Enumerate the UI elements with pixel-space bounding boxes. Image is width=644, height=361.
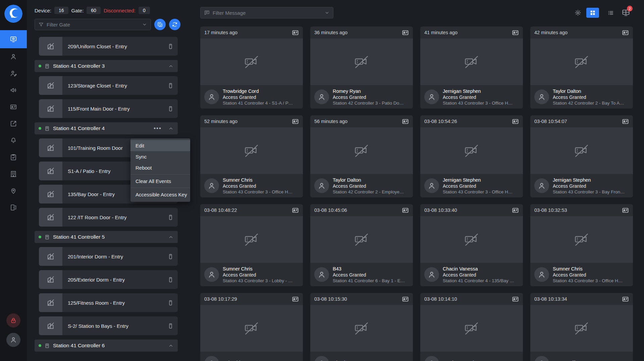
event-card[interactable]: 41 minutes ago Jernigan Stephen Access G… — [420, 26, 523, 109]
refresh-button[interactable] — [169, 19, 180, 30]
sidebar-item-user-edit[interactable] — [0, 65, 27, 82]
gate-icon — [39, 208, 62, 227]
filter-message-field[interactable] — [213, 10, 322, 16]
reader-icon[interactable] — [167, 43, 174, 50]
menu-item[interactable]: Sync — [130, 151, 190, 162]
event-card[interactable]: 52 minutes ago Sumner Chris Access Grant… — [200, 115, 303, 197]
event-card[interactable]: 42 minutes ago Taylor Dalton Access Gran… — [530, 26, 633, 109]
id-card-icon[interactable] — [292, 29, 299, 36]
sidebar-item-facility[interactable] — [0, 166, 27, 182]
gate-icon — [39, 270, 62, 289]
event-card[interactable]: 03-08 10:48:22 Sumner Chris Access Grant… — [200, 204, 303, 286]
chevron-down-icon[interactable] — [142, 22, 147, 27]
event-location: Station 43 Controller 3 - Bay Fron… — [553, 189, 625, 194]
event-card[interactable]: 17 minutes ago Trowbridge Cord Access Gr… — [200, 26, 303, 109]
app-root: Device: 16 Gate: 60 Disconnected: 0 — [0, 0, 644, 361]
event-card[interactable]: 36 minutes ago Romey Ryan Access Granted… — [310, 26, 413, 109]
sidebar-item-share[interactable] — [0, 115, 27, 132]
sidebar-item-doors[interactable] — [0, 199, 27, 216]
camera-off-icon — [350, 142, 373, 160]
video-wall-button[interactable]: 2 — [622, 9, 630, 17]
event-card[interactable]: 03-08 10:32:53 Sumner Chris Access Grant… — [530, 204, 633, 286]
reader-icon[interactable] — [167, 300, 174, 306]
chevron-up-icon[interactable] — [168, 63, 174, 69]
sidebar-item-broadcast[interactable] — [0, 82, 27, 99]
gate-item[interactable]: 122 /IT Room Door - Entry — [39, 208, 178, 227]
id-card-icon[interactable] — [622, 207, 629, 214]
filter-gate-field[interactable] — [47, 22, 139, 27]
id-card-icon[interactable] — [512, 207, 519, 214]
controller-group-header[interactable]: Station 41 Controller 6 — [35, 340, 178, 352]
id-card-icon[interactable] — [292, 207, 299, 214]
event-card[interactable]: 03-08 10:45:06 B43 Access Granted Statio… — [310, 204, 413, 286]
id-card-icon[interactable] — [622, 118, 629, 125]
filter-message-input[interactable] — [200, 7, 333, 18]
gate-item[interactable]: 115/Front Main Door - Entry — [39, 99, 178, 118]
event-card[interactable]: 03-08 10:13:34 Myatt Collin — [530, 293, 633, 361]
event-card[interactable]: 03-08 10:14:10 Jernigan Stephen — [420, 293, 523, 361]
user-avatar[interactable] — [6, 333, 20, 347]
filter-gate-input[interactable] — [35, 19, 151, 30]
event-card[interactable]: 03-08 10:33:40 Chacin Vanessa Access Gra… — [420, 204, 523, 286]
chevron-down-icon[interactable] — [324, 10, 330, 15]
monitoring-icon — [10, 36, 17, 43]
gate-item[interactable]: 201/Interior Dorm - Entry — [39, 247, 178, 266]
grid-view-button[interactable] — [586, 8, 599, 18]
controller-group-header[interactable]: Station 41 Controller 3 — [35, 60, 178, 72]
id-card-icon[interactable] — [512, 118, 519, 125]
settings-button[interactable] — [575, 9, 581, 16]
id-card-icon[interactable] — [402, 296, 409, 303]
event-card[interactable]: 03-08 10:15:30 Chacin Vanessa — [310, 293, 413, 361]
chevron-up-icon[interactable] — [168, 126, 174, 131]
id-card-icon[interactable] — [622, 296, 629, 303]
controller-icon — [44, 234, 50, 240]
id-card-icon[interactable] — [402, 29, 409, 36]
reader-icon[interactable] — [167, 323, 174, 329]
event-card[interactable]: 03-08 10:17:29 Schneider Matt — [200, 293, 303, 361]
id-card-icon[interactable] — [402, 118, 409, 125]
sidebar-item-credentials[interactable] — [0, 99, 27, 115]
reader-icon[interactable] — [167, 214, 174, 221]
reader-icon[interactable] — [167, 253, 174, 260]
reader-icon[interactable] — [167, 277, 174, 283]
sidebar-item-notifications[interactable] — [0, 132, 27, 149]
reader-icon[interactable] — [167, 82, 174, 89]
app-logo[interactable] — [4, 5, 22, 23]
menu-item[interactable]: Clear All Events — [130, 176, 190, 187]
gate-item[interactable]: S-2/ Station to Bays - Entry — [39, 316, 178, 335]
menu-item[interactable]: Accessible Access Key — [130, 189, 190, 200]
gate-item[interactable]: 123/Storage Closet - Entry — [39, 76, 178, 95]
controller-group-header[interactable]: Station 41 Controller 5 — [35, 231, 178, 243]
camera-off-icon — [460, 319, 483, 338]
event-card[interactable]: 03-08 10:54:26 Jernigan Stephen Access G… — [420, 115, 523, 197]
id-card-icon[interactable] — [292, 118, 299, 125]
add-gate-button[interactable] — [154, 19, 166, 30]
id-card-icon[interactable] — [402, 207, 409, 214]
sidebar-item-location[interactable] — [0, 182, 27, 199]
lock-button[interactable] — [6, 313, 20, 327]
sidebar-item-monitoring[interactable] — [0, 30, 27, 48]
more-options-icon[interactable]: ••• — [154, 125, 162, 132]
reader-icon[interactable] — [167, 106, 174, 112]
controller-group-header[interactable]: Station 41 Controller 4 ••• — [35, 122, 178, 134]
gate-item[interactable]: 125/Fitness Room - Entry — [39, 293, 178, 312]
gate-item[interactable]: 205/Exterior Dorm - Entry — [39, 270, 178, 289]
sidebar-item-tasks[interactable] — [0, 149, 27, 166]
sidebar-item-users[interactable] — [0, 48, 27, 65]
id-card-icon[interactable] — [622, 29, 629, 36]
event-location: Station 43 Controller 3 - Office H… — [443, 101, 513, 106]
chevron-up-icon[interactable] — [168, 234, 174, 240]
menu-item[interactable]: Edit — [130, 140, 190, 151]
gate-item[interactable]: 209/Uniform Closet - Entry — [39, 37, 178, 56]
id-card-icon[interactable] — [292, 296, 299, 303]
online-status-dot — [39, 344, 41, 347]
chevron-up-icon[interactable] — [168, 343, 174, 349]
event-card[interactable]: 56 minutes ago Taylor Dalton Access Gran… — [310, 115, 413, 197]
event-card[interactable]: 03-08 10:54:07 Jernigan Stephen Access G… — [530, 115, 633, 197]
list-view-button[interactable] — [604, 8, 617, 18]
access-status: Access Granted — [553, 272, 623, 278]
id-card-icon[interactable] — [512, 29, 519, 36]
controller-name: Station 41 Controller 4 — [53, 125, 105, 131]
id-card-icon[interactable] — [512, 296, 519, 303]
menu-item[interactable]: Reboot — [130, 162, 190, 173]
